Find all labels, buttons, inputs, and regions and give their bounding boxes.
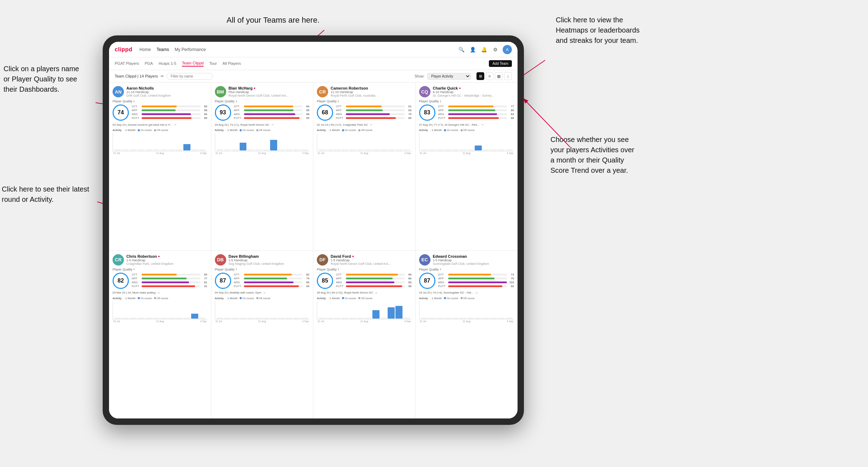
stats-bars: OTT 60 APP 58 ARG 84 PUTT 8: [132, 105, 207, 120]
player-avatar[interactable]: EC: [419, 254, 430, 266]
player-header: EC Edward Crossman 1-5 Handicap Sunningd…: [419, 254, 514, 266]
quality-section: 83 OTT 77 APP 80 ARG 83 PUTT: [419, 104, 514, 121]
round-arrow[interactable]: →: [475, 291, 478, 295]
quality-score[interactable]: 83: [419, 104, 435, 121]
search-input[interactable]: [167, 73, 213, 80]
player-card: CR Chris Robertson ● 1-5 Handicap Craigm…: [109, 251, 211, 419]
quality-label: Player Quality ℹ: [419, 268, 514, 271]
quality-score[interactable]: 82: [113, 273, 129, 289]
settings-icon[interactable]: ⚙: [491, 46, 499, 53]
info-icon[interactable]: ℹ: [338, 100, 339, 103]
round-arrow[interactable]: →: [271, 123, 274, 126]
player-header: DF David Ford ● 1-5 Handicap Royal North…: [317, 254, 412, 266]
stat-row: APP 85: [234, 109, 310, 112]
tab-hcaps[interactable]: Hcaps 1-5: [159, 61, 176, 66]
list-view-icon[interactable]: ≡: [486, 72, 493, 80]
player-header: AN Aaron Nicholls 11-15 Handicap Drift G…: [113, 86, 207, 97]
team-label: Team Clippd | 14 Players: [115, 74, 158, 78]
nav-logo[interactable]: clippd: [115, 46, 132, 53]
grid-view-icon[interactable]: ⊞: [476, 72, 484, 80]
round-arrow[interactable]: →: [375, 291, 378, 295]
stat-row: OTT 82: [234, 273, 310, 276]
player-club: Drift Golf Club, United Kingdom: [126, 94, 207, 97]
avatar-icon[interactable]: A: [503, 45, 512, 54]
tab-pgat[interactable]: PGAT Players: [115, 61, 139, 66]
nav-item-home[interactable]: Home: [139, 47, 151, 52]
player-name[interactable]: Blair McHarg ●: [229, 86, 310, 90]
tab-allplayers[interactable]: All Players: [223, 61, 241, 66]
quality-section: 87 OTT 73 APP 79 ARG 103 PUTT: [419, 273, 514, 289]
edit-icon[interactable]: ✏: [161, 74, 164, 79]
stat-row: ARG 81: [132, 281, 207, 284]
quality-label: Player Quality ℹ: [113, 268, 207, 271]
quality-section: 85 OTT 89 APP 80 ARG 83 PUTT: [317, 273, 412, 289]
player-name[interactable]: Dave Billingham: [229, 254, 310, 258]
latest-round[interactable]: 03 Mar 23 | 19, Must make putting →: [113, 291, 207, 295]
latest-round[interactable]: 18 Jul 23 | 74 (+4), Sunningdale GC - Ol…: [419, 291, 514, 295]
info-icon[interactable]: ℹ: [133, 100, 135, 103]
player-avatar[interactable]: CR: [113, 254, 124, 266]
player-club: Royal North Devon Golf Club, United Kin.…: [229, 94, 310, 97]
player-name[interactable]: Edward Crossman: [433, 254, 514, 258]
profile-icon[interactable]: 👤: [469, 46, 476, 53]
player-name[interactable]: Aaron Nicholls: [126, 86, 207, 90]
tab-tour[interactable]: Tour: [209, 61, 217, 66]
add-team-button[interactable]: Add Team: [489, 60, 512, 67]
round-arrow[interactable]: →: [173, 123, 177, 126]
stats-bars: OTT 89 APP 80 ARG 83 PUTT 9: [336, 273, 412, 289]
player-club: Craigmillar Park, United Kingdom: [126, 262, 207, 266]
quality-score[interactable]: 87: [419, 273, 435, 289]
nav-item-myperformance[interactable]: My Performance: [175, 47, 206, 52]
latest-round[interactable]: 07 Aug 23 | 77 (+7), St George's Hill GC…: [419, 123, 514, 126]
stat-row: APP 77: [132, 277, 207, 280]
heatmap-icon[interactable]: ▦: [495, 72, 503, 80]
stat-row: OTT 60: [132, 105, 207, 108]
nav-item-teams[interactable]: Teams: [156, 47, 169, 52]
player-avatar[interactable]: BM: [215, 86, 226, 97]
round-arrow[interactable]: →: [157, 291, 160, 295]
quality-score[interactable]: 85: [317, 273, 333, 289]
player-name[interactable]: Cameron Robertson: [331, 86, 412, 90]
activity-section: Activity · 1 Month On course Off course …: [215, 129, 310, 154]
info-icon[interactable]: ℹ: [133, 268, 135, 271]
player-header: BM Blair McHarg ● Plus Handicap Royal No…: [215, 86, 310, 97]
show-select[interactable]: Player Activity Quality Score Trend: [427, 73, 471, 80]
tab-pga[interactable]: PGA: [145, 61, 153, 66]
chart-area: [215, 133, 310, 152]
round-arrow[interactable]: →: [481, 123, 484, 126]
sort-icon[interactable]: ↕: [504, 72, 512, 80]
quality-score[interactable]: 74: [113, 104, 129, 121]
tab-teamclippd[interactable]: Team Clippd: [182, 61, 204, 67]
latest-round[interactable]: 26 Aug 23 | 73 (+1), Royal North Devon G…: [215, 123, 310, 126]
info-icon[interactable]: ℹ: [236, 268, 237, 271]
quality-score[interactable]: 87: [215, 273, 231, 289]
quality-score[interactable]: 68: [317, 104, 333, 121]
latest-round[interactable]: 02 Sep 23 | Sunset round to get back int…: [113, 123, 207, 126]
info-icon[interactable]: ℹ: [338, 268, 339, 271]
latest-round[interactable]: 02 Jul 23 | 59 (+17), Craigmillar Park G…: [317, 123, 412, 126]
player-avatar[interactable]: CR: [317, 86, 328, 97]
info-icon[interactable]: ℹ: [236, 100, 237, 103]
latest-round[interactable]: 04 Sep 23 | Mobility with coach, Gym →: [215, 291, 310, 295]
stat-row: PUTT 92: [438, 285, 514, 288]
round-arrow[interactable]: →: [263, 291, 266, 295]
search-icon[interactable]: 🔍: [457, 46, 465, 53]
player-handicap: 11-15 Handicap: [331, 90, 412, 94]
stat-row: ARG 84: [132, 113, 207, 116]
player-avatar[interactable]: CQ: [419, 86, 430, 97]
player-name[interactable]: Chris Robertson ●: [126, 254, 207, 258]
player-avatar[interactable]: DF: [317, 254, 328, 266]
quality-section: 68 OTT 61 APP 63 ARG 75 PUTT: [317, 104, 412, 121]
latest-round[interactable]: 26 Aug 23 | 84 (+12), Royal North Devon …: [317, 291, 412, 295]
info-icon[interactable]: ℹ: [440, 100, 441, 103]
info-icon[interactable]: ℹ: [440, 268, 441, 271]
player-header: CQ Charlie Quick ● 6-10 Handicap St. Geo…: [419, 86, 514, 97]
player-info: Aaron Nicholls 11-15 Handicap Drift Golf…: [126, 86, 207, 97]
player-avatar[interactable]: AN: [113, 86, 124, 97]
player-name[interactable]: Charlie Quick ●: [433, 86, 514, 90]
player-name[interactable]: David Ford ●: [331, 254, 412, 258]
quality-score[interactable]: 93: [215, 104, 231, 121]
player-avatar[interactable]: DB: [215, 254, 226, 266]
bell-icon[interactable]: 🔔: [480, 46, 488, 53]
round-arrow[interactable]: →: [370, 123, 373, 126]
